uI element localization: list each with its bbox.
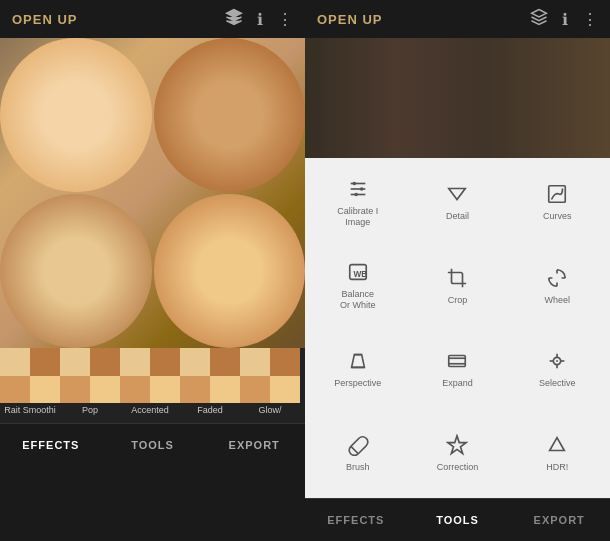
perspective-icon — [347, 350, 369, 375]
right-bottom-nav: EFFECTS TOOLS EXPORT — [305, 498, 610, 541]
tool-calibrate[interactable]: Calibrate IImage — [309, 162, 407, 244]
svg-text:WB: WB — [353, 270, 367, 279]
tool-detail[interactable]: Detail — [409, 162, 507, 244]
tool-curves-label: Curves — [543, 211, 572, 222]
brush-icon — [347, 434, 369, 459]
thumb-1[interactable]: Rait Smoothi — [0, 348, 60, 423]
header-icons: ℹ ⋮ — [225, 8, 293, 30]
tool-brush[interactable]: Brush — [309, 413, 407, 495]
right-more-icon[interactable]: ⋮ — [582, 10, 598, 29]
svg-point-4 — [360, 187, 364, 191]
right-header-icons: ℹ ⋮ — [530, 8, 598, 30]
tool-detail-label: Detail — [446, 211, 469, 222]
tool-brush-label: Brush — [346, 462, 370, 473]
tool-selective[interactable]: Selective — [508, 329, 606, 411]
svg-point-16 — [556, 360, 558, 362]
svg-point-3 — [352, 182, 356, 186]
tools-grid: Calibrate IImage Detail Curves — [305, 158, 610, 498]
wheel-icon — [546, 267, 568, 292]
doll-3 — [0, 194, 152, 348]
thumb-4[interactable]: Faded — [180, 348, 240, 423]
correction-icon — [446, 434, 468, 459]
right-image-placeholder — [305, 38, 610, 158]
tool-expand[interactable]: Expand — [409, 329, 507, 411]
curves-icon — [546, 183, 568, 208]
thumbnails-row: Rait Smoothi Pop Accented Faded Glow/ — [0, 348, 305, 423]
doll-1 — [0, 38, 152, 192]
main-image — [0, 38, 305, 348]
layers-icon[interactable] — [225, 8, 243, 30]
tool-hdr-label: HDR! — [546, 462, 568, 473]
tool-correction[interactable]: Correction — [409, 413, 507, 495]
tool-perspective[interactable]: Perspective — [309, 329, 407, 411]
expand-icon — [446, 350, 468, 375]
app-title: OPEN UP — [12, 12, 78, 27]
triangle-down-icon — [446, 183, 468, 208]
nav-tools[interactable]: TOOLS — [102, 424, 204, 466]
right-header: OPEN UP ℹ ⋮ — [305, 0, 610, 38]
crop-icon — [446, 267, 468, 292]
tool-correction-label: Correction — [437, 462, 479, 473]
right-panel: OPEN UP ℹ ⋮ Calibrate I — [305, 0, 610, 541]
right-nav-tools[interactable]: TOOLS — [407, 499, 509, 541]
tool-calibrate-label: Calibrate IImage — [337, 206, 378, 228]
right-nav-export[interactable]: EXPORT — [508, 499, 610, 541]
selective-icon — [546, 350, 568, 375]
tool-selective-label: Selective — [539, 378, 576, 389]
tool-wheel-label: Wheel — [544, 295, 570, 306]
svg-rect-12 — [449, 356, 466, 367]
svg-marker-22 — [550, 438, 565, 451]
left-header: OPEN UP ℹ ⋮ — [0, 0, 305, 38]
right-app-title: OPEN UP — [317, 12, 383, 27]
tool-crop[interactable]: Crop — [409, 246, 507, 328]
hdr-icon — [546, 434, 568, 459]
left-panel: OPEN UP ℹ ⋮ Rait Smoothi — [0, 0, 305, 541]
tool-wb-label: BalanceOr White — [340, 289, 376, 311]
thumb-label-3: Accented — [120, 403, 180, 417]
svg-marker-6 — [449, 189, 466, 200]
tool-expand-label: Expand — [442, 378, 473, 389]
svg-line-21 — [351, 446, 358, 453]
thumb-label-5: Glow/ — [240, 403, 300, 417]
thumb-2[interactable]: Pop — [60, 348, 120, 423]
tool-wb[interactable]: WB BalanceOr White — [309, 246, 407, 328]
thumb-label-2: Pop — [60, 403, 120, 417]
sliders-icon — [347, 178, 369, 203]
tool-crop-label: Crop — [448, 295, 468, 306]
right-info-icon[interactable]: ℹ — [562, 10, 568, 29]
nav-effects[interactable]: Effects — [0, 424, 102, 466]
wb-icon: WB — [347, 261, 369, 286]
svg-point-5 — [354, 193, 358, 197]
tool-wheel[interactable]: Wheel — [508, 246, 606, 328]
thumb-5[interactable]: Glow/ — [240, 348, 300, 423]
right-image — [305, 38, 610, 158]
tool-hdr[interactable]: HDR! — [508, 413, 606, 495]
left-bottom-nav: Effects TOOLS EXPORT — [0, 423, 305, 466]
doll-4 — [154, 194, 306, 348]
right-nav-effects[interactable]: EFFECTS — [305, 499, 407, 541]
tool-curves[interactable]: Curves — [508, 162, 606, 244]
thumb-label-4: Faded — [180, 403, 240, 417]
more-icon[interactable]: ⋮ — [277, 10, 293, 29]
image-placeholder — [0, 38, 305, 348]
info-icon[interactable]: ℹ — [257, 10, 263, 29]
nav-export[interactable]: EXPORT — [203, 424, 305, 466]
doll-2 — [154, 38, 306, 192]
thumb-label-1: Rait Smoothi — [0, 403, 60, 417]
tool-perspective-label: Perspective — [334, 378, 381, 389]
thumb-3[interactable]: Accented — [120, 348, 180, 423]
right-layers-icon[interactable] — [530, 8, 548, 30]
